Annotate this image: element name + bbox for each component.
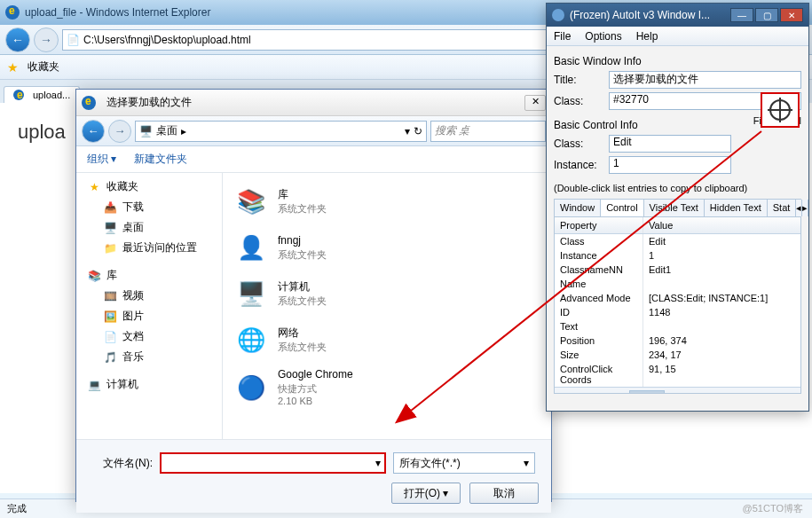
path-refresh-icon[interactable]: ↻ [414, 125, 422, 137]
menu-options[interactable]: Options [585, 30, 621, 43]
scroll-right-icon[interactable]: ▸ [788, 389, 800, 394]
table-row[interactable]: Position196, 374 [555, 334, 800, 348]
library-icon: 📚 [87, 269, 101, 283]
sidebar-computer[interactable]: 💻计算机 [76, 374, 222, 395]
sidebar-videos[interactable]: 🎞️视频 [76, 286, 222, 306]
file-list[interactable]: 📚库系统文件夹👤fnngj系统文件夹🖥️计算机系统文件夹🌐网络系统文件夹🔵Goo… [223, 173, 551, 439]
file-open-dialog: 选择要加载的文件 ✕ ← → 🖥️ 桌面 ▸ ▾ ↻ 搜索 桌 组织 ▾ 新建文… [75, 89, 552, 502]
sidebar-music[interactable]: 🎵音乐 [76, 347, 222, 367]
sidebar-documents[interactable]: 📄文档 [76, 326, 222, 347]
dialog-back-button[interactable]: ← [82, 120, 105, 143]
table-row[interactable]: Advanced Mode[CLASS:Edit; INSTANCE:1] [555, 291, 800, 305]
dialog-search[interactable]: 搜索 桌 [430, 121, 546, 142]
sidebar-pictures[interactable]: 🖼️图片 [76, 306, 222, 326]
tab-control[interactable]: Control [601, 200, 643, 216]
ctrl-class-field[interactable]: Edit [609, 135, 731, 153]
filetype-select[interactable]: 所有文件(*.*) ▾ [393, 452, 535, 474]
tab-hidden-text[interactable]: Hidden Text [705, 200, 768, 216]
filetype-dropdown-icon[interactable]: ▾ [524, 457, 529, 469]
table-hscroll[interactable]: ◂ ▸ [555, 387, 800, 394]
dialog-forward-button[interactable]: → [108, 120, 131, 143]
sidebar-recent[interactable]: 📁最近访问的位置 [76, 238, 222, 258]
th-value[interactable]: Value [643, 217, 800, 233]
recent-icon: 📁 [103, 241, 117, 255]
sidebar-desktop[interactable]: 🖥️桌面 [76, 217, 222, 238]
tab-scroll-left[interactable]: ◂ [796, 200, 802, 216]
new-folder-button[interactable]: 新建文件夹 [134, 152, 187, 167]
video-icon: 🎞️ [103, 289, 117, 303]
tab-stat[interactable]: Stat [768, 200, 797, 216]
table-row[interactable]: ControlClick Coords91, 15 [555, 362, 800, 387]
watermark: @51CTO博客 [743, 502, 803, 515]
computer-icon: 💻 [87, 378, 101, 392]
minimize-button[interactable]: — [730, 8, 753, 22]
dialog-close-button[interactable]: ✕ [524, 95, 546, 111]
th-property[interactable]: Property [555, 217, 643, 233]
prop-name: ControlClick Coords [555, 362, 643, 387]
table-row[interactable]: Text [555, 319, 800, 334]
item-icon: 📚 [233, 184, 269, 219]
menu-help[interactable]: Help [636, 30, 658, 43]
autoit-window: (Frozen) AutoIt v3 Window I... — ▢ ✕ Fil… [546, 3, 809, 412]
instance-field[interactable]: 1 [609, 156, 731, 174]
menu-file[interactable]: File [554, 30, 571, 43]
close-button[interactable]: ✕ [780, 8, 803, 22]
prop-name: ID [555, 305, 643, 319]
scroll-thumb[interactable] [629, 390, 665, 395]
title-field[interactable]: 选择要加载的文件 [609, 71, 801, 89]
dialog-sidebar: ★收藏夹 📥下载 🖥️桌面 📁最近访问的位置 📚库 🎞️视频 🖼️图片 📄文档 … [76, 173, 223, 439]
prop-value: 234, 17 [643, 348, 800, 362]
table-row[interactable]: ID1148 [555, 305, 800, 319]
autoit-menu: File Options Help [547, 27, 808, 46]
list-item[interactable]: 🌐网络系统文件夹 [228, 317, 546, 363]
item-size: 2.10 KB [278, 395, 353, 407]
filename-input[interactable]: ▾ [160, 452, 386, 474]
organize-button[interactable]: 组织 ▾ [87, 152, 116, 167]
item-name: Google Chrome [278, 368, 353, 382]
prop-name: Advanced Mode [555, 291, 643, 305]
open-button[interactable]: 打开(O) ▾ [391, 483, 461, 504]
list-item[interactable]: 📚库系统文件夹 [228, 178, 546, 224]
dialog-path-bar[interactable]: 🖥️ 桌面 ▸ ▾ ↻ [135, 121, 427, 142]
autoit-icon [552, 9, 564, 21]
dialog-bottom: 文件名(N): ▾ 所有文件(*.*) ▾ 打开(O) ▾ 取消 [76, 439, 551, 513]
dialog-titlebar[interactable]: 选择要加载的文件 ✕ [76, 90, 551, 116]
sidebar-favorites-header[interactable]: ★收藏夹 [76, 177, 222, 197]
scroll-left-icon[interactable]: ◂ [555, 389, 567, 394]
tab-window[interactable]: Window [555, 200, 601, 216]
table-row[interactable]: Size234, 17 [555, 348, 800, 362]
tab-visible-text[interactable]: Visible Text [644, 200, 705, 216]
sidebar-downloads[interactable]: 📥下载 [76, 197, 222, 217]
nav-back-button[interactable]: ← [5, 27, 30, 52]
favorites-label[interactable]: 收藏夹 [28, 59, 59, 75]
list-item[interactable]: 👤fnngj系统文件夹 [228, 224, 546, 271]
nav-forward-button[interactable]: → [34, 27, 59, 52]
tab-scroll-right[interactable]: ▸ [802, 200, 808, 216]
item-name: 网络 [278, 326, 327, 341]
item-name: 计算机 [278, 280, 327, 294]
property-table[interactable]: Property Value ClassEditInstance1Classna… [554, 216, 801, 394]
document-icon: 📄 [103, 330, 117, 344]
chevron-right-icon[interactable]: ▸ [181, 125, 186, 137]
table-row[interactable]: ClassEdit [555, 234, 800, 248]
item-name: 库 [278, 188, 327, 202]
autoit-titlebar[interactable]: (Frozen) AutoIt v3 Window I... — ▢ ✕ [547, 4, 808, 27]
table-row[interactable]: Name [555, 277, 800, 291]
tab-upload[interactable]: upload... [4, 86, 80, 103]
table-row[interactable]: ClassnameNNEdit1 [555, 263, 800, 277]
list-item[interactable]: 🖥️计算机系统文件夹 [228, 271, 546, 317]
list-item[interactable]: 🔵Google Chrome快捷方式2.10 KB [228, 363, 546, 412]
cancel-button[interactable]: 取消 [469, 483, 539, 504]
sidebar-libraries-header[interactable]: 📚库 [76, 265, 222, 286]
dialog-navbar: ← → 🖥️ 桌面 ▸ ▾ ↻ 搜索 桌 [76, 116, 551, 146]
url-bar[interactable]: 📄 ▾ [62, 29, 579, 51]
maximize-button[interactable]: ▢ [755, 8, 778, 22]
table-row[interactable]: Instance1 [555, 248, 800, 263]
star-icon[interactable]: ★ [7, 60, 19, 75]
path-dropdown-icon[interactable]: ▾ [405, 125, 410, 137]
prop-name: Position [555, 334, 643, 348]
url-input[interactable] [83, 34, 566, 46]
filename-dropdown-icon[interactable]: ▾ [375, 457, 381, 469]
prop-value: Edit1 [643, 263, 800, 277]
finder-tool[interactable] [761, 92, 800, 128]
